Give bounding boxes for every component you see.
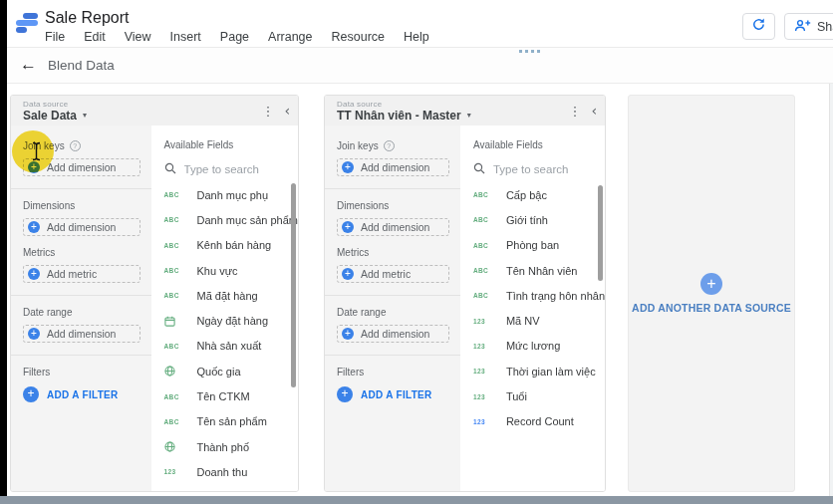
fields-scrollbar[interactable] <box>598 185 603 281</box>
add-metric-chip[interactable]: +Add metric <box>23 265 140 283</box>
field-item[interactable]: ABCTình trạng hôn nhân <box>460 283 605 308</box>
field-label: Tình trạng hôn nhân <box>506 290 605 302</box>
field-item[interactable]: ABCCấp bậc <box>460 182 605 207</box>
fields-scrollbar[interactable] <box>291 183 296 387</box>
field-item[interactable]: ABCTên Nhân viên <box>460 258 605 283</box>
text-cursor-icon <box>31 141 42 161</box>
add-metric-chip[interactable]: +Add metric <box>337 265 449 283</box>
field-item[interactable]: Thành phố <box>151 434 299 459</box>
field-item[interactable]: ABCKênh bán hàng <box>151 233 299 258</box>
panel-header: Data source Sale Data▾ ⋮ ‹ <box>11 96 298 126</box>
plus-icon: + <box>28 221 40 233</box>
add-dimension-chip[interactable]: +Add dimension <box>23 218 140 236</box>
chip-label: Add metric <box>361 268 411 280</box>
chip-label: Add dimension <box>47 161 116 173</box>
field-item[interactable]: 123Doanh thu <box>151 459 299 484</box>
menu-arrange[interactable]: Arrange <box>268 30 312 44</box>
section-divider <box>11 188 151 189</box>
data-studio-logo-icon <box>14 10 40 36</box>
chip-label: Add dimension <box>47 328 116 340</box>
field-item[interactable]: ABCDanh mục sản phẩm <box>151 207 299 232</box>
field-label: Danh mục sản phẩm <box>197 214 299 226</box>
add-a-filter-label: ADD A FILTER <box>361 389 432 400</box>
number-field-icon: 123 <box>473 368 495 375</box>
back-arrow-icon[interactable]: ← <box>20 55 37 75</box>
field-item[interactable]: 123Record Count <box>460 409 605 434</box>
blend-data-bar: ← Blend Data <box>0 48 833 84</box>
data-source-selector[interactable]: Sale Data▾ <box>23 110 261 123</box>
section-label: Date range <box>337 307 449 318</box>
field-item[interactable]: ABCMã đặt hàng <box>151 283 299 308</box>
field-item[interactable]: 123Tuổi <box>460 383 605 408</box>
available-fields-title: Available Fields <box>151 139 299 150</box>
field-item[interactable]: ABCGiới tính <box>460 207 605 232</box>
plus-icon: + <box>342 268 354 280</box>
add-dimension-chip[interactable]: +Add dimension <box>337 218 449 236</box>
section-divider <box>325 355 460 356</box>
blend-editor-content: Data source Sale Data▾ ⋮ ‹ Join keys?+Ad… <box>0 84 833 496</box>
add-a-filter-button[interactable]: +ADD A FILTER <box>23 386 140 402</box>
field-item[interactable]: 123Giá bán <box>151 485 299 492</box>
section-divider <box>325 295 460 296</box>
text-field-icon: ABC <box>473 267 495 274</box>
collapse-chevron-icon[interactable]: ‹ <box>591 103 597 119</box>
menu-view[interactable]: View <box>125 30 151 44</box>
field-item[interactable]: ABCKhu vực <box>151 258 299 283</box>
add-dimension-chip[interactable]: +Add dimension <box>337 158 449 176</box>
field-item[interactable]: 123Mã NV <box>460 308 605 333</box>
collapse-chevron-icon[interactable]: ‹ <box>284 103 290 119</box>
field-item[interactable]: ABCTên sản phẩm <box>151 409 299 434</box>
panel-header: Data source TT Nhân viên - Master▾ ⋮ ‹ <box>325 96 605 126</box>
help-icon[interactable]: ? <box>384 140 395 151</box>
refresh-button[interactable] <box>742 13 775 40</box>
field-label: Record Count <box>506 415 574 427</box>
search-icon <box>164 160 176 178</box>
field-item[interactable]: 123Mức lương <box>460 334 605 359</box>
text-field-icon: ABC <box>164 191 186 198</box>
share-button[interactable]: Sha <box>784 13 833 40</box>
number-field-icon: 123 <box>473 343 495 350</box>
globe-icon <box>164 366 186 377</box>
blend-config-column: Join keys?+Add dimensionDimensions+Add d… <box>11 126 151 492</box>
more-options-icon[interactable]: ⋮ <box>261 104 274 119</box>
data-source-selector[interactable]: TT Nhân viên - Master▾ <box>337 110 568 123</box>
menu-file[interactable]: File <box>45 30 65 44</box>
section-label: Filters <box>337 367 449 378</box>
text-field-icon: ABC <box>473 242 495 249</box>
text-field-icon: ABC <box>473 216 495 223</box>
section-label: Metrics <box>23 247 140 258</box>
more-options-icon[interactable]: ⋮ <box>568 104 581 119</box>
field-item[interactable]: Quốc gia <box>151 359 299 383</box>
calendar-icon <box>164 316 186 327</box>
refresh-icon <box>751 17 766 36</box>
field-item[interactable]: 123Thời gian làm việc <box>460 359 605 383</box>
field-label: Tên Nhân viên <box>506 265 578 277</box>
field-search-input[interactable] <box>184 163 284 175</box>
plus-icon: + <box>337 386 353 402</box>
add-dimension-chip[interactable]: +Add dimension <box>23 325 140 343</box>
field-item[interactable]: ABCDanh mục phụ <box>151 182 299 207</box>
field-label: Giới tính <box>506 214 548 226</box>
menu-insert[interactable]: Insert <box>170 30 201 44</box>
menu-help[interactable]: Help <box>404 30 429 44</box>
add-another-data-source-button[interactable]: + ADD ANOTHER DATA SOURCE <box>628 95 795 492</box>
field-item[interactable]: ABCTên CTKM <box>151 383 299 408</box>
menu-edit[interactable]: Edit <box>84 30 106 44</box>
field-search-input[interactable] <box>493 163 593 175</box>
person-add-icon <box>794 18 811 36</box>
field-label: Tuổi <box>506 390 527 402</box>
section-divider <box>11 295 151 296</box>
field-label: Khu vực <box>197 265 238 277</box>
number-field-icon: 123 <box>473 318 495 325</box>
add-dimension-chip[interactable]: +Add dimension <box>337 325 449 343</box>
help-icon[interactable]: ? <box>70 140 81 151</box>
menu-resource[interactable]: Resource <box>332 30 386 44</box>
text-field-icon: ABC <box>473 191 495 198</box>
taskbar-edge <box>0 496 833 504</box>
add-a-filter-button[interactable]: +ADD A FILTER <box>337 386 449 402</box>
field-item[interactable]: Ngày đặt hàng <box>151 308 299 333</box>
menu-page[interactable]: Page <box>220 30 249 44</box>
page-scrollbar-track[interactable] <box>829 80 833 496</box>
field-item[interactable]: ABCPhòng ban <box>460 233 605 258</box>
field-item[interactable]: ABCNhà sản xuất <box>151 334 299 359</box>
